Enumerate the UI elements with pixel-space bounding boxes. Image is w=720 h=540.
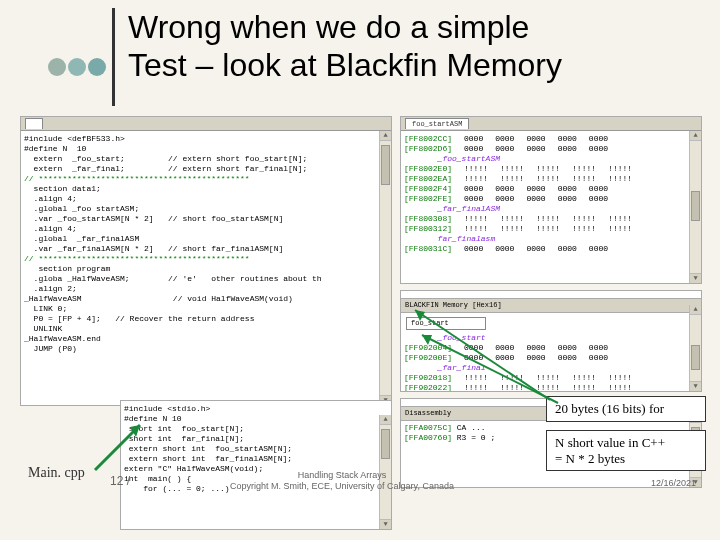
scrollbar-thumb[interactable] [381,429,390,459]
memory-label: far_finalasm [404,234,698,244]
memory-label: _far_finalASM [404,204,698,214]
tab-bar [21,117,391,131]
callout-20bytes: 20 bytes (16 bits) for [546,396,706,422]
title-line2: Test – look at Blackfin Memory [128,46,688,84]
code-line: section data1; [24,184,388,194]
memory-row: [FF8002D6]00000000000000000000 [404,144,698,154]
code-line: .align 4; [24,224,388,234]
main-cpp-label: Main. cpp [28,465,85,481]
memory-label: _foo_startASM [404,154,698,164]
memory-row: [FF90200E]00000000000000000000 [404,353,698,363]
tab-bar: foo_startASM [401,117,701,131]
memory-combo[interactable]: foo_start [406,317,486,330]
code-line: .global _far_finalASM [24,234,388,244]
bullet-dots [48,58,106,76]
memory-label: _foo_start [404,333,698,343]
code-line: short int far_final[N]; [124,434,388,444]
code-line: #define N 10 [24,144,388,154]
footer-line1: Handling Stack Arrays [298,470,387,480]
code-line: _HalfWaveASM.end [24,334,388,344]
code-line: // *************************************… [24,254,388,264]
code-line: section program [24,264,388,274]
memory-row: [FF800312]!!!!!!!!!!!!!!!!!!!!!!!!! [404,224,698,234]
code-line: LINK 0; [24,304,388,314]
asm-source-pane: #include <defBF533.h>#define N 10 extern… [20,116,392,406]
memory-row: [FF902018]!!!!!!!!!!!!!!!!!!!!!!!!! [404,373,698,383]
memory-row: [FF8002E0]!!!!!!!!!!!!!!!!!!!!!!!!! [404,164,698,174]
code-line: .align 2; [24,284,388,294]
code-line: .align 4; [24,194,388,204]
memory-row: [FF8002EA]!!!!!!!!!!!!!!!!!!!!!!!!! [404,174,698,184]
memory-row: [FF8002FE]00000000000000000000 [404,194,698,204]
memory-row: [FF800308]!!!!!!!!!!!!!!!!!!!!!!!!! [404,214,698,224]
memory-pane-asm: foo_startASM [FF8002CC]00000000000000000… [400,116,702,284]
c-source-pane: #include <stdio.h>#define N 10 short int… [120,400,392,530]
dot-icon [68,58,86,76]
pane-header: BLACKFIN Memory [Hex16] [401,298,701,313]
callout-nshort: N short value in C++ = N * 2 bytes [546,430,706,471]
page-number: 12 / [110,474,130,488]
code-line: extern _foo_start; // extern short foo_s… [24,154,388,164]
code-line: UNLINK [24,324,388,334]
code-line: #include <stdio.h> [124,404,388,414]
code-line: _HalfWaveASM // void HalfWaveASM(void) [24,294,388,304]
scrollbar-thumb[interactable] [691,345,700,370]
footer-text: Handling Stack Arrays Copyright M. Smith… [230,470,454,492]
footer-date: 12/16/2021 [651,478,696,488]
memory-combo[interactable]: foo_startASM [405,118,469,130]
callout-line1: N short value in C++ [555,435,665,450]
scrollbar-thumb[interactable] [691,191,700,221]
memory-pane-c: BLACKFIN Memory [Hex16] foo_start _foo_s… [400,290,702,392]
memory-row: [FF902004]00000000000000000000 [404,343,698,353]
scrollbar-vertical[interactable] [379,131,391,405]
callout-line2: = N * 2 bytes [555,451,625,466]
code-line: #define N 10 [124,414,388,424]
code-line: extern short int foo_startASM[N]; [124,444,388,454]
code-line: P0 = [FP + 4]; // Recover the return add… [24,314,388,324]
scrollbar-vertical[interactable] [689,305,701,391]
footer-line2: Copyright M. Smith, ECE, University of C… [230,481,454,491]
code-line: #include <defBF533.h> [24,134,388,144]
code-line: extern _far_final; // extern short far_f… [24,164,388,174]
scrollbar-thumb[interactable] [381,145,390,185]
code-line: .globa _HalfWaveASM; // 'e' other routin… [24,274,388,284]
dot-icon [48,58,66,76]
title-divider [112,8,115,106]
code-line: .var _far_finalASM[N * 2] // short far_f… [24,244,388,254]
memory-row: [FF902022]!!!!!!!!!!!!!!!!!!!!!!!!! [404,383,698,393]
code-line: // *************************************… [24,174,388,184]
memory-label: _far_final [404,363,698,373]
slide-title: Wrong when we do a simple Test – look at… [128,8,688,85]
code-line: extern short int far_finalASM[N]; [124,454,388,464]
code-line: JUMP (P0) [24,344,388,354]
code-line: .global _foo startASM; [24,204,388,214]
dot-icon [88,58,106,76]
tab[interactable] [25,118,43,130]
code-line: short int foo_start[N]; [124,424,388,434]
title-line1: Wrong when we do a simple [128,8,688,46]
memory-row: [FF8002CC]00000000000000000000 [404,134,698,144]
code-line: .var _foo_startASM[N * 2] // short foo_s… [24,214,388,224]
memory-row: [FF80031C]00000000000000000000 [404,244,698,254]
scrollbar-vertical[interactable] [689,131,701,283]
memory-row: [FF8002F4]00000000000000000000 [404,184,698,194]
